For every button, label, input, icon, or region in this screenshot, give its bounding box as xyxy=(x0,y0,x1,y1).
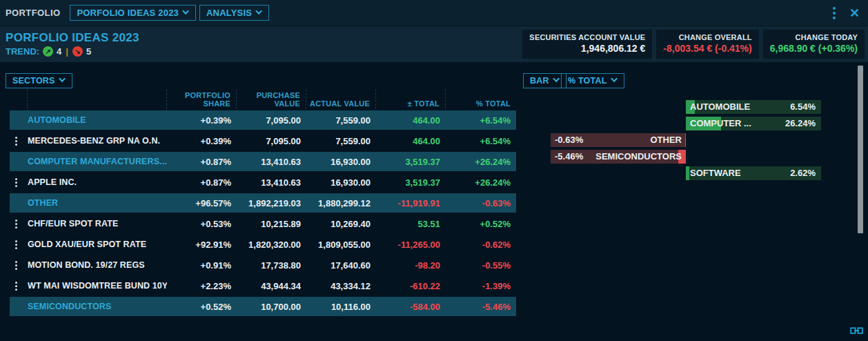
security-row[interactable]: MERCEDES-BENZ GRP NA O.N.+0.39%7,095.007… xyxy=(10,131,516,150)
stat-change-today: CHANGE TODAY 6,968.90 € (+0.36%) xyxy=(763,30,865,59)
portfolio-share-value: +92.91% xyxy=(167,240,237,250)
sectors-dropdown-label: SECTORS xyxy=(12,76,55,86)
instrument-name: WT MAI WISDOMTREE BUND 10Y 3 xyxy=(28,281,167,291)
purchase-value: 10,215.89 xyxy=(237,219,306,229)
portfolio-share-value: +0.39% xyxy=(167,136,237,146)
chart-bar-label: SEMICONDUCTORS xyxy=(595,150,682,164)
total-change-value: 3,519.37 xyxy=(376,157,446,167)
stat-securities-account-value: SECURITIES ACCOUNT VALUE 1,946,806.12 € xyxy=(522,30,652,59)
column-header-percent-total[interactable]: % TOTAL xyxy=(446,90,516,109)
row-actions-cell xyxy=(10,279,28,293)
row-menu-kebab-icon[interactable] xyxy=(12,279,20,293)
security-row[interactable]: CHF/EUR SPOT RATE+0.53%10,215.8910,269.4… xyxy=(10,214,516,233)
trend-down-count: 5 xyxy=(86,46,91,57)
chart-bar-value: -5.46% xyxy=(555,150,583,164)
portfolio-share-value: +0.39% xyxy=(167,115,237,126)
sector-row[interactable]: OTHER+96.57%1,892,219.031,880,299.12-11,… xyxy=(10,193,516,213)
chart-bar-value: 6.54% xyxy=(790,100,816,114)
instrument-name: MOTION BOND. 19/27 REGS xyxy=(28,260,167,270)
security-row[interactable]: APPLE INC.+0.87%13,410.6316,930.003,519.… xyxy=(10,173,516,192)
sector-row[interactable]: COMPUTER MANUFACTURERS...+0.87%13,410.63… xyxy=(10,152,516,171)
instrument-name: COMPUTER MANUFACTURERS... xyxy=(28,157,167,166)
analysis-dropdown[interactable]: ANALYSIS xyxy=(199,5,269,21)
actual-value: 16,930.00 xyxy=(306,177,376,188)
top-bar: PORTFOLIO PORFOLIO IDEAS 2023 ANALYSIS ✕ xyxy=(0,0,868,26)
menu-kebab-icon[interactable] xyxy=(829,5,840,21)
purchase-value: 7,095.00 xyxy=(237,115,306,126)
row-actions-cell xyxy=(10,134,28,148)
actual-value: 10,116.00 xyxy=(306,302,376,312)
portfolio-dropdown[interactable]: PORFOLIO IDEAS 2023 xyxy=(70,5,196,21)
link-panels-icon[interactable] xyxy=(849,324,865,340)
close-icon[interactable]: ✕ xyxy=(848,7,861,19)
instrument-name: APPLE INC. xyxy=(28,177,167,187)
instrument-name: MERCEDES-BENZ GRP NA O.N. xyxy=(28,136,167,146)
total-change-value: 3,519.37 xyxy=(376,177,446,188)
sectors-dropdown[interactable]: SECTORS xyxy=(6,73,72,88)
purchase-value: 1,820,320.00 xyxy=(237,240,306,250)
sector-row[interactable]: SEMICONDUCTORS+0.52%10,700.0010,116.00-5… xyxy=(10,297,516,316)
column-header-name xyxy=(28,90,167,109)
table-header: PORTFOLIO SHARE PURCHASE VALUE ACTUAL VA… xyxy=(10,90,516,110)
purchase-value: 1,892,219.03 xyxy=(237,198,306,208)
instrument-name: OTHER xyxy=(28,198,167,208)
row-menu-kebab-icon[interactable] xyxy=(12,237,20,252)
chevron-down-icon xyxy=(59,75,66,82)
portfolio-share-value: +0.53% xyxy=(167,219,237,229)
vertical-scrollbar-thumb[interactable] xyxy=(858,66,863,233)
chart-type-dropdown[interactable]: BAR xyxy=(523,73,566,88)
trend-separator: | xyxy=(65,46,69,57)
chart-bar-label: OTHER xyxy=(651,133,682,147)
trend-indicator: TREND: ↗ 4 | ↘ 5 xyxy=(6,46,91,57)
chart-metric-dropdown[interactable]: % TOTAL xyxy=(561,73,624,88)
row-menu-kebab-icon[interactable] xyxy=(12,175,20,190)
trend-down-icon: ↘ xyxy=(72,46,83,57)
actual-value: 7,559.00 xyxy=(306,115,376,126)
actual-value: 17,640.60 xyxy=(306,260,376,271)
holdings-table: PORTFOLIO SHARE PURCHASE VALUE ACTUAL VA… xyxy=(10,90,516,318)
row-menu-kebab-icon[interactable] xyxy=(12,134,20,148)
chart-bar-value: 2.62% xyxy=(790,166,816,180)
purchase-value: 7,095.00 xyxy=(237,136,306,146)
app-label: PORTFOLIO xyxy=(6,8,60,18)
chart-bar-row: SOFTWARE2.62% xyxy=(551,166,821,180)
sector-bar-chart: AUTOMOBILE6.54%COMPUTER ...26.24%OTHER-0… xyxy=(551,100,821,183)
stat-change-overall: CHANGE OVERALL -8,003.54 € (-0.41%) xyxy=(656,30,758,59)
chevron-down-icon xyxy=(553,75,560,82)
column-header-portfolio-share[interactable]: PORTFOLIO SHARE xyxy=(167,90,237,109)
portfolio-share-value: +2.23% xyxy=(167,281,237,291)
stat-label: CHANGE TODAY xyxy=(770,33,858,41)
percent-change-value: +6.54% xyxy=(446,115,516,126)
actual-value: 1,809,055.00 xyxy=(306,240,376,250)
trend-label: TREND: xyxy=(6,46,39,57)
total-change-value: -98.20 xyxy=(376,260,446,271)
chart-bar-label: AUTOMOBILE xyxy=(690,100,750,114)
instrument-name: AUTOMOBILE xyxy=(28,115,167,125)
instrument-name: CHF/EUR SPOT RATE xyxy=(28,219,167,228)
chart-bar-label: COMPUTER ... xyxy=(690,117,751,130)
sector-row[interactable]: AUTOMOBILE+0.39%7,095.007,559.00464.00+6… xyxy=(10,110,516,130)
account-stats: SECURITIES ACCOUNT VALUE 1,946,806.12 € … xyxy=(522,30,865,59)
stat-value: -8,003.54 € (-0.41%) xyxy=(663,43,751,54)
actual-value: 43,334.12 xyxy=(306,281,376,291)
percent-change-value: -0.62% xyxy=(446,240,516,250)
row-menu-kebab-icon[interactable] xyxy=(12,258,20,273)
header: PORFOLIO IDEAS 2023 TREND: ↗ 4 | ↘ 5 SEC… xyxy=(0,26,868,62)
total-change-value: -584.00 xyxy=(376,302,446,312)
column-header-plusminus-total[interactable]: ± TOTAL xyxy=(376,90,446,109)
page-title: PORFOLIO IDEAS 2023 xyxy=(6,31,139,45)
column-header-actual-value[interactable]: ACTUAL VALUE xyxy=(306,90,376,109)
column-header-purchase-value[interactable]: PURCHASE VALUE xyxy=(237,90,306,109)
portfolio-share-value: +0.52% xyxy=(167,302,237,312)
security-row[interactable]: MOTION BOND. 19/27 REGS+0.91%17,738.8017… xyxy=(10,255,516,275)
security-row[interactable]: WT MAI WISDOMTREE BUND 10Y 3+2.23%43,944… xyxy=(10,276,516,295)
instrument-name: SEMICONDUCTORS xyxy=(28,302,167,311)
chart-bar-value: 26.24% xyxy=(785,117,816,130)
table-body: AUTOMOBILE+0.39%7,095.007,559.00464.00+6… xyxy=(10,110,516,316)
total-change-value: 53.51 xyxy=(376,219,446,229)
chart-bar-label: SOFTWARE xyxy=(690,166,741,180)
row-menu-kebab-icon[interactable] xyxy=(12,217,20,231)
security-row[interactable]: GOLD XAU/EUR SPOT RATE+92.91%1,820,320.0… xyxy=(10,235,516,254)
stat-label: SECURITIES ACCOUNT VALUE xyxy=(529,33,645,41)
main-content: SECTORS PORTFOLIO SHARE PURCHASE VALUE A… xyxy=(0,62,868,341)
